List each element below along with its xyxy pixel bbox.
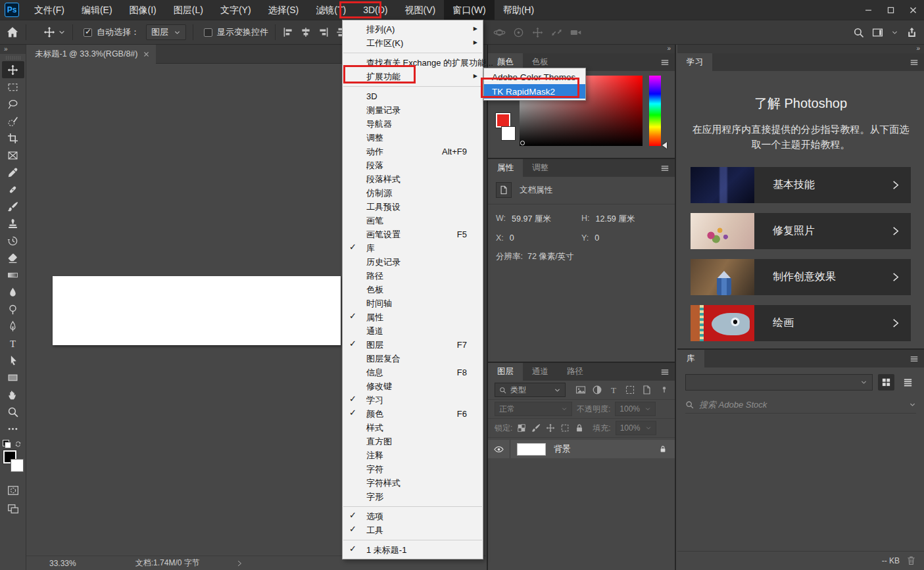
search-icon[interactable] bbox=[853, 27, 864, 38]
zoom-level[interactable]: 33.33% bbox=[49, 559, 76, 568]
show-transform-checkbox[interactable] bbox=[204, 28, 212, 37]
menubar-item[interactable]: 选择(S) bbox=[260, 0, 308, 20]
lock-position-icon[interactable] bbox=[546, 423, 555, 433]
menu-item[interactable]: 注释 bbox=[343, 448, 483, 462]
blend-mode-dropdown[interactable]: 正常 bbox=[495, 402, 572, 416]
menubar-item[interactable]: 编辑(E) bbox=[73, 0, 121, 20]
tool-button[interactable] bbox=[2, 420, 24, 437]
menubar-item[interactable]: 3D(D) bbox=[354, 0, 396, 20]
tool-button[interactable] bbox=[2, 403, 24, 420]
submenu-item[interactable]: Adobe Color Themes bbox=[484, 70, 585, 84]
menu-item[interactable]: 工作区(K) bbox=[343, 36, 483, 50]
menu-item[interactable]: 样式 bbox=[343, 421, 483, 435]
menu-item[interactable]: 调整 bbox=[343, 131, 483, 145]
3d-slide-icon[interactable] bbox=[550, 26, 563, 39]
filter-shape-layers-icon[interactable] bbox=[625, 385, 635, 395]
menu-item[interactable]: 直方图 bbox=[343, 435, 483, 448]
swap-colors-icon[interactable] bbox=[14, 440, 22, 448]
menu-item[interactable]: 段落样式 bbox=[343, 172, 483, 186]
list-view-button[interactable] bbox=[900, 374, 916, 391]
tab-properties[interactable]: 属性 bbox=[488, 159, 523, 177]
menu-item[interactable]: 字符样式 bbox=[343, 476, 483, 490]
menu-item[interactable]: 时间轴 bbox=[343, 297, 483, 310]
menu-item[interactable]: 段落 bbox=[343, 158, 483, 172]
tool-button[interactable] bbox=[2, 112, 24, 130]
delete-library-item-icon[interactable] bbox=[906, 556, 916, 565]
opacity-dropdown[interactable]: 100% bbox=[615, 402, 656, 416]
tutorial-card[interactable]: 基本技能 bbox=[691, 167, 911, 203]
default-colors-icon[interactable] bbox=[3, 440, 11, 448]
library-select-dropdown[interactable] bbox=[685, 374, 873, 391]
menubar-item[interactable]: 图层(L) bbox=[165, 0, 212, 20]
grid-view-button[interactable] bbox=[878, 374, 894, 391]
layer-thumbnail[interactable] bbox=[517, 443, 546, 456]
tab-channels[interactable]: 通道 bbox=[523, 363, 558, 381]
menu-item[interactable]: 字形 bbox=[343, 490, 483, 504]
maximize-button[interactable] bbox=[879, 0, 902, 20]
menu-item[interactable]: 色板 bbox=[343, 283, 483, 297]
workspace-switcher-icon[interactable] bbox=[872, 27, 883, 38]
close-tab-icon[interactable] bbox=[143, 51, 149, 57]
tool-button[interactable] bbox=[2, 232, 24, 249]
toolbar-grip[interactable] bbox=[6, 56, 20, 60]
lock-all-icon[interactable] bbox=[575, 423, 584, 433]
close-button[interactable] bbox=[902, 0, 924, 20]
menu-item[interactable]: 历史记录 bbox=[343, 255, 483, 269]
tool-button[interactable] bbox=[2, 78, 24, 95]
menu-item[interactable]: 测量记录 bbox=[343, 103, 483, 117]
filter-type-layers-icon[interactable]: T bbox=[608, 385, 619, 395]
menubar-item[interactable]: 帮助(H) bbox=[495, 0, 543, 20]
panel-menu-icon[interactable] bbox=[660, 368, 669, 377]
expand-toolbar-button[interactable]: » bbox=[0, 45, 26, 54]
panel-menu-icon[interactable] bbox=[910, 354, 919, 364]
3d-orbit-icon[interactable] bbox=[493, 26, 506, 39]
auto-select-target-dropdown[interactable]: 图层 bbox=[146, 24, 186, 40]
menu-item[interactable]: 属性 bbox=[343, 310, 483, 324]
filter-pixel-layers-icon[interactable] bbox=[575, 385, 586, 395]
tool-button[interactable] bbox=[2, 181, 24, 198]
filter-adjustment-layers-icon[interactable] bbox=[592, 385, 602, 395]
quick-mask-icon[interactable] bbox=[7, 485, 19, 496]
3d-camera-icon[interactable] bbox=[570, 26, 582, 39]
menu-item[interactable]: 颜色 F6 bbox=[343, 407, 483, 421]
submenu-item[interactable]: TK RapidMask2 bbox=[484, 84, 585, 99]
tool-button[interactable] bbox=[2, 215, 24, 232]
menu-item[interactable]: 画笔 bbox=[343, 214, 483, 227]
menu-item[interactable]: 学习 bbox=[343, 393, 483, 407]
3d-pan-icon[interactable] bbox=[531, 26, 544, 39]
tutorial-card[interactable]: 修复照片 bbox=[691, 213, 911, 249]
tab-paths[interactable]: 路径 bbox=[558, 363, 593, 381]
home-icon[interactable] bbox=[6, 26, 19, 39]
background-color-swatch[interactable] bbox=[11, 459, 24, 472]
layer-row[interactable]: 背景 bbox=[488, 440, 675, 458]
menu-item[interactable]: 图层 F7 bbox=[343, 338, 483, 352]
chevron-down-icon[interactable] bbox=[58, 28, 66, 36]
minimize-button[interactable] bbox=[857, 0, 879, 20]
tab-learn[interactable]: 学习 bbox=[677, 53, 712, 71]
align-left-icon[interactable] bbox=[282, 26, 294, 38]
tool-button[interactable] bbox=[2, 147, 24, 164]
status-expand-icon[interactable] bbox=[236, 560, 243, 567]
3d-roll-icon[interactable] bbox=[512, 26, 525, 39]
auto-select-checkbox[interactable] bbox=[84, 28, 92, 37]
screen-mode-icon[interactable] bbox=[7, 503, 19, 515]
move-tool-preset-icon[interactable] bbox=[43, 26, 55, 38]
menu-item[interactable]: 查找有关 Exchange 的扩展功能... bbox=[343, 56, 483, 70]
menu-item[interactable]: 修改键 bbox=[343, 379, 483, 393]
lock-transparency-icon[interactable] bbox=[517, 423, 526, 433]
tool-button[interactable] bbox=[2, 318, 24, 335]
layer-visibility-toggle[interactable] bbox=[488, 440, 510, 458]
menu-item[interactable]: 扩展功能 bbox=[343, 70, 483, 83]
lock-pixels-icon[interactable] bbox=[531, 423, 541, 433]
menu-item[interactable]: 1 未标题-1 bbox=[343, 543, 483, 557]
menubar-item[interactable]: 滤镜(T) bbox=[307, 0, 354, 20]
menu-item[interactable]: 通道 bbox=[343, 324, 483, 338]
tool-button[interactable] bbox=[2, 386, 24, 403]
tab-layers[interactable]: 图层 bbox=[488, 363, 523, 381]
collapse-panels-button[interactable]: » bbox=[488, 45, 675, 53]
tool-button[interactable] bbox=[2, 198, 24, 215]
align-center-icon[interactable] bbox=[300, 26, 312, 38]
tool-button[interactable] bbox=[2, 249, 24, 266]
menu-item[interactable]: 选项 bbox=[343, 510, 483, 523]
fill-dropdown[interactable]: 100% bbox=[616, 421, 656, 435]
